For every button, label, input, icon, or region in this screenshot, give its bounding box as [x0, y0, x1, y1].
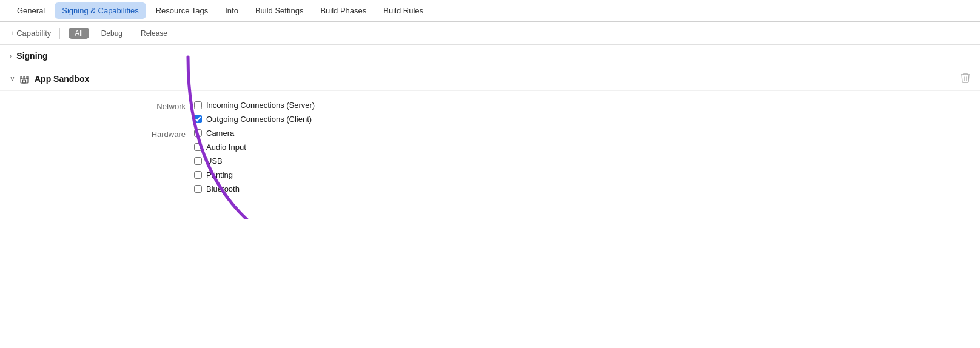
- delete-sandbox-button[interactable]: [961, 72, 970, 85]
- filter-bar: + Capability All Debug Release: [0, 22, 980, 45]
- tab-build-settings[interactable]: Build Settings: [248, 2, 311, 19]
- usb-label: USB: [206, 156, 223, 166]
- camera-label: Camera: [206, 129, 234, 138]
- signing-section-title: Signing: [16, 51, 47, 61]
- hardware-label: Hardware: [121, 129, 194, 139]
- printing-label: Printing: [206, 170, 233, 179]
- app-sandbox-section: ∨ App Sandbox Ne: [0, 67, 980, 219]
- usb-item[interactable]: USB: [194, 156, 246, 166]
- filter-all-button[interactable]: All: [69, 28, 89, 39]
- incoming-connections-item[interactable]: Incoming Connections (Server): [194, 101, 315, 110]
- sandbox-icon: [19, 73, 30, 84]
- audio-input-checkbox[interactable]: [194, 143, 202, 151]
- svg-rect-4: [23, 80, 26, 83]
- tab-resource-tags[interactable]: Resource Tags: [149, 2, 215, 19]
- printing-item[interactable]: Printing: [194, 170, 246, 179]
- outgoing-connections-item[interactable]: Outgoing Connections (Client): [194, 115, 315, 124]
- audio-input-label: Audio Input: [206, 142, 246, 152]
- tab-build-phases[interactable]: Build Phases: [313, 2, 374, 19]
- signing-section-header[interactable]: › Signing: [0, 45, 980, 67]
- sandbox-chevron-down: ∨: [10, 75, 15, 83]
- network-label: Network: [121, 101, 194, 111]
- incoming-connections-label: Incoming Connections (Server): [206, 101, 315, 110]
- signing-chevron-right: ›: [10, 53, 12, 59]
- capability-content: Network Incoming Connections (Server) Ou…: [0, 91, 980, 207]
- add-capability-button[interactable]: + Capability: [10, 28, 51, 38]
- usb-checkbox[interactable]: [194, 157, 202, 165]
- incoming-connections-checkbox[interactable]: [194, 101, 202, 109]
- filter-divider: [59, 28, 60, 39]
- app-sandbox-title: App Sandbox: [35, 74, 89, 84]
- app-sandbox-header[interactable]: ∨ App Sandbox: [0, 67, 980, 91]
- bluetooth-item[interactable]: Bluetooth: [194, 184, 246, 193]
- outgoing-connections-checkbox[interactable]: [194, 115, 202, 123]
- network-items: Incoming Connections (Server) Outgoing C…: [194, 101, 315, 124]
- outgoing-connections-label: Outgoing Connections (Client): [206, 115, 312, 124]
- camera-checkbox[interactable]: [194, 129, 202, 137]
- tab-info[interactable]: Info: [218, 2, 246, 19]
- hardware-items: Camera Audio Input USB Printing: [194, 129, 246, 193]
- audio-input-item[interactable]: Audio Input: [194, 142, 246, 152]
- hardware-group: Hardware Camera Audio Input USB: [0, 129, 980, 193]
- bluetooth-label: Bluetooth: [206, 184, 240, 193]
- tab-signing-capabilities[interactable]: Signing & Capabilities: [55, 2, 146, 19]
- network-group: Network Incoming Connections (Server) Ou…: [0, 101, 980, 124]
- add-capability-label: + Capability: [10, 28, 51, 38]
- filter-release-button[interactable]: Release: [135, 28, 173, 39]
- camera-item[interactable]: Camera: [194, 129, 246, 138]
- printing-checkbox[interactable]: [194, 171, 202, 179]
- tab-build-rules[interactable]: Build Rules: [376, 2, 431, 19]
- tab-general[interactable]: General: [10, 2, 52, 19]
- tab-bar: General Signing & Capabilities Resource …: [0, 0, 980, 22]
- main-content: › Signing ∨ App Sandbox: [0, 45, 980, 219]
- bluetooth-checkbox[interactable]: [194, 185, 202, 193]
- filter-debug-button[interactable]: Debug: [95, 28, 129, 39]
